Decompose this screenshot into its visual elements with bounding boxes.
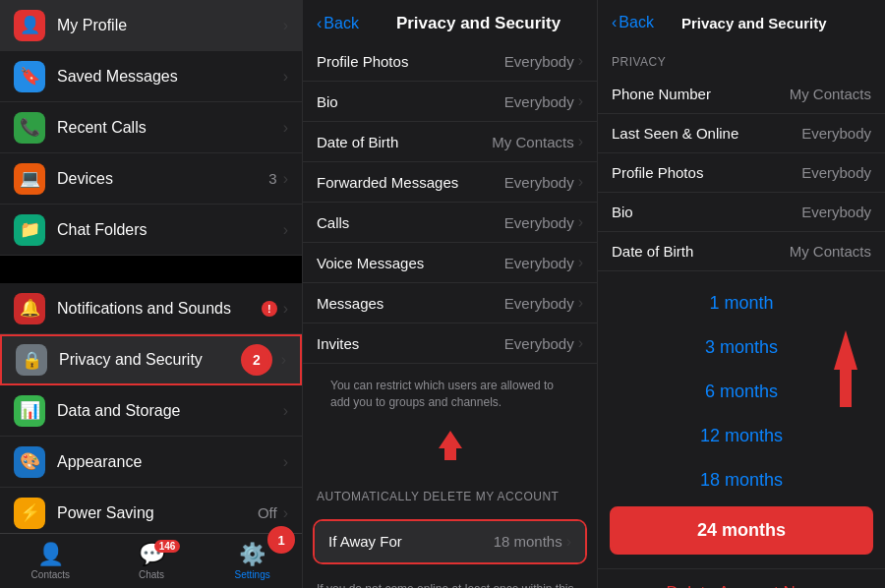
delete-now-label: Delete Account Now: [666, 583, 816, 588]
privacy-item-bio[interactable]: Bio Everybody ›: [303, 82, 597, 122]
voice-messages-label: Voice Messages: [317, 255, 504, 271]
arrow-down-container: [317, 419, 583, 470]
chevron-icon: ›: [578, 133, 583, 150]
chevron-icon: ›: [578, 173, 583, 191]
menu-group-1: 👤 My Profile › 🔖 Saved Messages › 📞 Rece…: [0, 0, 302, 256]
notifications-icon: 🔔: [14, 293, 45, 324]
dob-label: Date of Birth: [317, 134, 492, 150]
profile-photos-value: Everybody: [504, 53, 574, 70]
last-seen-value: Everybody: [801, 125, 871, 142]
menu-item-chat-folders[interactable]: 📁 Chat Folders ›: [0, 205, 302, 256]
menu-item-my-profile[interactable]: 👤 My Profile ›: [0, 0, 302, 51]
chevron-icon: ›: [283, 68, 288, 86]
chevron-icon: ›: [578, 213, 583, 231]
menu-item-data-storage[interactable]: 📊 Data and Storage ›: [0, 385, 302, 437]
picker-6months-text: 6 months: [705, 382, 778, 402]
menu-item-saved-messages[interactable]: 🔖 Saved Messages ›: [0, 51, 302, 102]
picker-3months-text: 3 months: [705, 337, 778, 358]
menu-item-notifications[interactable]: 🔔 Notifications and Sounds ! ›: [0, 283, 302, 334]
privacy-item-profile-photos[interactable]: Profile Photos Everybody ›: [303, 41, 597, 82]
notifications-badge: !: [262, 301, 277, 317]
p3-dob-value: My Contacts: [790, 243, 871, 260]
panel3-back-label: Back: [619, 14, 654, 31]
privacy-item-messages[interactable]: Messages Everybody ›: [303, 283, 597, 323]
p3-profile-photos[interactable]: Profile Photos Everybody: [598, 153, 885, 193]
auto-delete-section: If Away For 18 months ›: [313, 519, 587, 564]
settings-tab-icon: ⚙️: [239, 542, 266, 567]
picker-12months[interactable]: 12 months: [598, 414, 885, 458]
p3-phone-number[interactable]: Phone Number My Contacts: [598, 75, 885, 114]
privacy-item-invites[interactable]: Invites Everybody ›: [303, 323, 597, 364]
chevron-icon: ›: [566, 533, 571, 551]
picker-1month[interactable]: 1 month: [598, 281, 885, 325]
tab-contacts-label: Contacts: [31, 569, 70, 580]
chat-folders-label: Chat Folders: [57, 221, 283, 239]
calls-value: Everybody: [504, 214, 574, 231]
back-button[interactable]: ‹ Back: [317, 15, 359, 32]
restrict-note-container: You can restrict which users are allowed…: [303, 364, 597, 474]
picker-24months[interactable]: 24 months: [610, 506, 873, 555]
last-seen-label: Last Seen & Online: [612, 125, 801, 142]
privacy-items-list: Profile Photos Everybody › Bio Everybody…: [303, 41, 597, 364]
saved-messages-label: Saved Messages: [57, 68, 283, 86]
tab-chats[interactable]: 💬 Chats 146: [101, 534, 203, 588]
panel3-back-button[interactable]: ‹ Back: [612, 14, 654, 31]
privacy-item-calls[interactable]: Calls Everybody ›: [303, 203, 597, 243]
menu-item-appearance[interactable]: 🎨 Appearance ›: [0, 437, 302, 488]
forwarded-label: Forwarded Messages: [317, 174, 504, 191]
menu-item-privacy[interactable]: 🔒 Privacy and Security › 2: [0, 334, 302, 385]
tab-contacts[interactable]: 👤 Contacts: [0, 534, 101, 588]
back-chevron-icon: ‹: [317, 15, 322, 32]
voice-messages-value: Everybody: [504, 255, 574, 271]
if-away-for-item[interactable]: If Away For 18 months ›: [315, 521, 585, 562]
data-storage-label: Data and Storage: [57, 402, 283, 420]
picker-18months[interactable]: 18 months: [598, 458, 885, 502]
picker-3months[interactable]: 3 months: [598, 325, 885, 370]
delete-account-now-button[interactable]: Delete Account Now: [598, 568, 885, 588]
recent-calls-icon: 📞: [14, 112, 45, 144]
menu-item-recent-calls[interactable]: 📞 Recent Calls ›: [0, 102, 302, 153]
panel3-privacy-label: PRIVACY: [598, 39, 885, 75]
account-deletion-panel: ‹ Back Privacy and Security PRIVACY Phon…: [598, 0, 885, 588]
p3-profile-photos-label: Profile Photos: [612, 164, 801, 181]
panel2-title: Privacy and Security: [396, 14, 560, 33]
devices-count: 3: [268, 170, 276, 187]
tab-settings[interactable]: ⚙️ Settings 1: [202, 534, 303, 588]
my-profile-icon: 👤: [14, 10, 45, 41]
chevron-icon: ›: [283, 17, 288, 34]
privacy-item-voice-messages[interactable]: Voice Messages Everybody ›: [303, 243, 597, 283]
restrict-note: You can restrict which users are allowed…: [317, 370, 583, 419]
privacy-item-forwarded[interactable]: Forwarded Messages Everybody ›: [303, 162, 597, 203]
panel3-privacy-items: Phone Number My Contacts Last Seen & Onl…: [598, 75, 885, 271]
down-arrow-icon: [429, 423, 472, 466]
privacy-item-dob[interactable]: Date of Birth My Contacts ›: [303, 122, 597, 162]
forwarded-value: Everybody: [504, 174, 574, 191]
chevron-icon: ›: [283, 453, 288, 471]
p3-dob-label: Date of Birth: [612, 243, 790, 260]
section-gap-1: [0, 256, 302, 283]
bio-label: Bio: [317, 93, 504, 110]
p3-dob[interactable]: Date of Birth My Contacts: [598, 232, 885, 271]
menu-item-power-saving[interactable]: ⚡ Power Saving Off ›: [0, 488, 302, 539]
picker-6months[interactable]: 6 months: [598, 370, 885, 414]
tab-chats-label: Chats: [139, 569, 164, 580]
p3-bio[interactable]: Bio Everybody: [598, 193, 885, 232]
chevron-icon: ›: [283, 170, 288, 188]
chevron-icon: ›: [283, 504, 288, 522]
calls-label: Calls: [317, 214, 504, 231]
chats-badge: 146: [154, 540, 181, 553]
profile-photos-label: Profile Photos: [317, 53, 504, 70]
menu-item-devices[interactable]: 💻 Devices 3 ›: [0, 153, 302, 205]
messages-label: Messages: [317, 295, 504, 312]
p3-bio-label: Bio: [612, 204, 801, 220]
p3-last-seen[interactable]: Last Seen & Online Everybody: [598, 114, 885, 153]
data-storage-icon: 📊: [14, 395, 45, 427]
p3-bio-value: Everybody: [801, 204, 871, 220]
chevron-icon: ›: [578, 254, 583, 271]
invites-value: Everybody: [504, 335, 574, 352]
power-saving-label: Power Saving: [57, 504, 258, 522]
back-label: Back: [324, 15, 359, 32]
chevron-icon: ›: [578, 52, 583, 70]
auto-delete-note: If you do not come online at least once …: [303, 574, 597, 588]
panel2-header: ‹ Back Privacy and Security: [303, 0, 597, 41]
